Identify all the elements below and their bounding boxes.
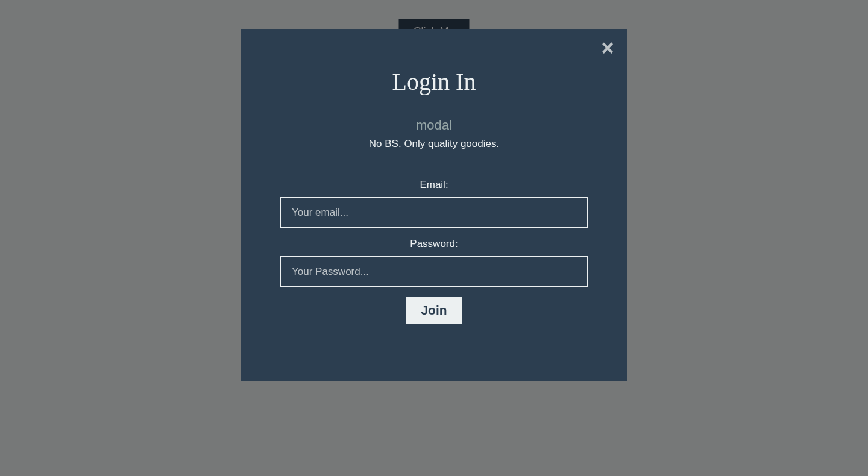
modal-tagline: No BS. Only quality goodies. (270, 138, 598, 150)
email-field[interactable] (280, 197, 588, 228)
password-field[interactable] (280, 256, 588, 287)
modal-subtitle: modal (270, 117, 598, 133)
email-label: Email: (270, 179, 598, 191)
close-icon[interactable]: × (596, 36, 620, 60)
modal-title: Login In (270, 67, 598, 96)
password-label: Password: (270, 238, 598, 250)
join-button[interactable]: Join (406, 297, 461, 324)
login-modal: × Login In modal No BS. Only quality goo… (241, 29, 627, 381)
